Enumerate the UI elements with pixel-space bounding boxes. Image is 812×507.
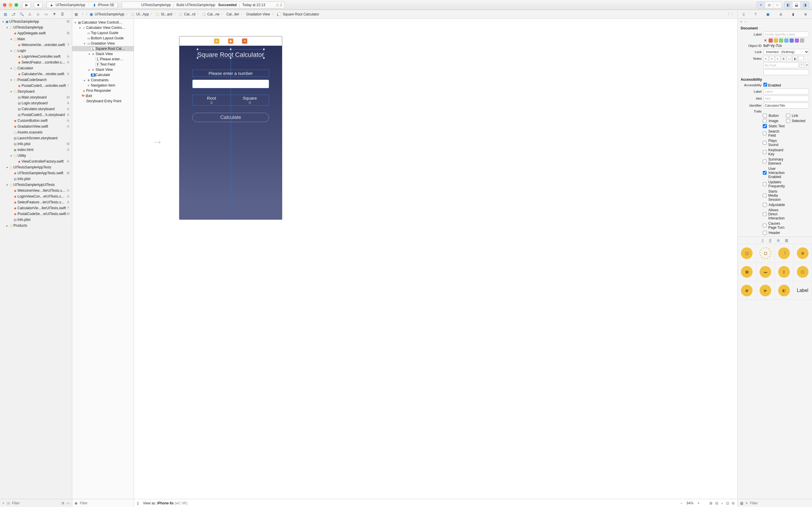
assistant-editor-icon[interactable]: ◎ xyxy=(765,2,773,8)
nav-row[interactable]: ▾▢PostalCodeSearch xyxy=(0,77,72,83)
lib-avcontroller-icon[interactable]: ▶ xyxy=(760,285,771,296)
lock-select[interactable]: Inherited - (Nothing) xyxy=(763,49,809,55)
library-filter-field[interactable] xyxy=(750,501,810,505)
jump-bar[interactable]: ▣ UITestsSampleApp〉▢ UI...App〉▢ St...ard… xyxy=(90,12,319,17)
align-left-icon[interactable]: ≡ xyxy=(763,56,769,61)
trait-item[interactable]: Allows Direct Interaction xyxy=(763,208,786,220)
trait-item[interactable]: Updates Frequently xyxy=(763,180,786,188)
trait-item[interactable]: Plays Sound xyxy=(763,139,786,147)
vc-icon[interactable]: ● xyxy=(214,39,219,44)
lib-cube-icon[interactable]: ◧ xyxy=(778,285,790,296)
editor-mode-segmented[interactable]: ≡ ◎ ↔ xyxy=(757,1,782,8)
debug-navigator-icon[interactable]: ▭ xyxy=(44,12,48,16)
outline-row[interactable]: L Please enter… xyxy=(72,57,134,62)
issue-navigator-icon[interactable]: ⚠ xyxy=(27,12,32,16)
font-step-icon[interactable]: ⟳ xyxy=(805,62,809,68)
outline-row[interactable]: → Storyboard Entry Point xyxy=(72,99,134,104)
outline-row[interactable]: ▸⏸ Constraints xyxy=(72,77,134,83)
snippet-library-icon[interactable]: {} xyxy=(769,238,771,242)
acc-label-field[interactable] xyxy=(763,89,809,95)
add-inspector-icon[interactable]: + xyxy=(740,20,742,24)
nav-row[interactable]: ◆ViewControllerFactory.swiftA xyxy=(0,159,72,164)
doc-label-field[interactable] xyxy=(763,32,809,37)
device-config-icon[interactable]: ▯ xyxy=(137,501,139,505)
scheme-selector[interactable]: ▲ UITestsSampleApp 〉 ▮ iPhone SE xyxy=(47,2,118,8)
crumb-item[interactable]: Gradation View xyxy=(246,12,270,16)
color-swatch[interactable] xyxy=(795,39,799,43)
accessibility-enabled-checkbox[interactable] xyxy=(763,83,767,87)
nav-row[interactable]: ▾▣UITestsSampleAppM xyxy=(0,19,72,24)
color-swatch[interactable] xyxy=(790,39,794,43)
trait-item[interactable]: Summary Element xyxy=(763,157,786,166)
trait-checkbox[interactable] xyxy=(786,114,790,118)
notes-toolbar[interactable]: ≡ ≡ ≡ ≣ ▭ ◧ … xyxy=(763,56,809,61)
trait-checkbox[interactable] xyxy=(763,193,766,198)
trait-item[interactable]: Image xyxy=(763,119,786,123)
lib-collection-icon[interactable]: ▦ xyxy=(741,266,753,278)
project-navigator[interactable]: ▾▣UITestsSampleAppM▾▢UITestsSampleApp◆Ap… xyxy=(0,19,72,499)
trait-checkbox[interactable] xyxy=(763,114,767,118)
lib-view-icon[interactable]: ▢ xyxy=(760,247,771,259)
trait-checkbox[interactable] xyxy=(763,124,767,128)
crumb-item[interactable]: Cal...ne xyxy=(207,12,219,16)
navigator-filter-bar[interactable]: + ◷ ◔ ▭ xyxy=(0,499,72,507)
embed-tool-icon[interactable]: ⊡ xyxy=(726,501,729,505)
inspector-tabs[interactable]: ▯ ? ▣ ⇊ ▮ ⊕ xyxy=(738,10,812,18)
trait-item[interactable]: Static Text xyxy=(763,124,786,128)
nav-row[interactable]: ▤PostalCodeS…h.storyboardA xyxy=(0,112,72,118)
trait-checkbox[interactable] xyxy=(786,119,790,123)
canvas-bottom-bar[interactable]: ▯ View as: iPhone 6s (wC hR) − 94% + ⊞ ⊟… xyxy=(134,499,738,507)
crumb-item[interactable]: Cal...ller xyxy=(226,12,239,16)
trait-item[interactable]: Button xyxy=(763,114,786,118)
trait-checkbox[interactable] xyxy=(763,119,767,123)
test-navigator-icon[interactable]: ◇ xyxy=(36,12,40,16)
crumb-item[interactable]: UI...App xyxy=(136,12,149,16)
nav-row[interactable]: ▾▢Utility xyxy=(0,153,72,159)
prompt-label[interactable]: Please enter a number xyxy=(192,70,269,77)
scm-filter-icon[interactable]: ▭ xyxy=(66,501,70,505)
trait-checkbox[interactable] xyxy=(763,203,767,207)
zoom-window-button[interactable] xyxy=(14,3,18,7)
nav-row[interactable]: ◆WelcomeView…llerUITests.swiftA xyxy=(0,188,72,193)
outline-row[interactable]: ◉ First Responder xyxy=(72,88,134,93)
quick-help-icon[interactable]: ? xyxy=(755,12,757,16)
toggle-inspector-icon[interactable]: ◨ xyxy=(801,2,809,8)
lib-button-icon[interactable]: ◉ xyxy=(741,285,753,296)
font-picker-icon[interactable]: T xyxy=(800,62,804,68)
activity-status[interactable]: UITestsSampleApp | Build UITestsSampleAp… xyxy=(122,1,285,8)
nav-row[interactable]: ▢Assets.xcassets xyxy=(0,129,72,135)
calculate-button[interactable]: Calculate xyxy=(192,113,269,122)
crumb-item[interactable]: St...ard xyxy=(161,12,172,16)
recent-filter-icon[interactable]: ◔ xyxy=(61,501,64,505)
outline-row[interactable]: ▾▤ Calculator View Controll… xyxy=(72,20,134,25)
nav-row[interactable]: ▤Info.plist xyxy=(0,176,72,182)
nav-row[interactable]: ▤Info.plist xyxy=(0,217,72,223)
report-navigator-icon[interactable]: ☰ xyxy=(60,12,65,16)
exit-icon[interactable]: ➜ xyxy=(242,39,247,44)
project-navigator-icon[interactable]: ▥ xyxy=(3,12,8,16)
zoom-in-icon[interactable]: + xyxy=(697,501,700,505)
trait-checkbox[interactable] xyxy=(763,231,767,235)
lib-tableviewcontroller-icon[interactable]: ≣ xyxy=(797,247,809,259)
stop-button[interactable]: ■ xyxy=(34,2,43,8)
panel-toggle-segmented[interactable]: ◧ ⬓ ◨ xyxy=(784,1,809,8)
nav-row[interactable]: ◆SelectFeatur…controller.swiftA xyxy=(0,59,72,65)
trait-item[interactable]: Adjustable xyxy=(763,203,786,207)
align-justify-icon[interactable]: ≣ xyxy=(781,56,786,61)
trait-checkbox[interactable] xyxy=(763,159,766,163)
close-window-button[interactable] xyxy=(3,3,6,7)
nav-row[interactable]: ▤LaunchScreen.storyboard xyxy=(0,135,72,141)
number-textfield[interactable] xyxy=(192,79,269,88)
nav-row[interactable]: ▾▢UITestsSampleAppUITests xyxy=(0,182,72,188)
outline-filter-icon[interactable]: ◉ xyxy=(74,501,77,505)
forward-icon[interactable]: 〉 xyxy=(86,12,89,17)
outline-filter-bar[interactable]: ◉ xyxy=(72,499,134,507)
crumb-item[interactable]: UITestsSampleApp xyxy=(95,12,124,16)
standard-editor-icon[interactable]: ≡ xyxy=(757,2,765,8)
next-issue-icon[interactable]: 〉 xyxy=(732,12,735,17)
nav-row[interactable]: ▤Login.storyboardA xyxy=(0,100,72,106)
trait-checkbox[interactable] xyxy=(763,171,766,175)
align-center-icon[interactable]: ≡ xyxy=(769,56,774,61)
label-color-row[interactable]: ✕ xyxy=(763,39,809,43)
connections-inspector-icon[interactable]: ⊕ xyxy=(804,12,807,16)
